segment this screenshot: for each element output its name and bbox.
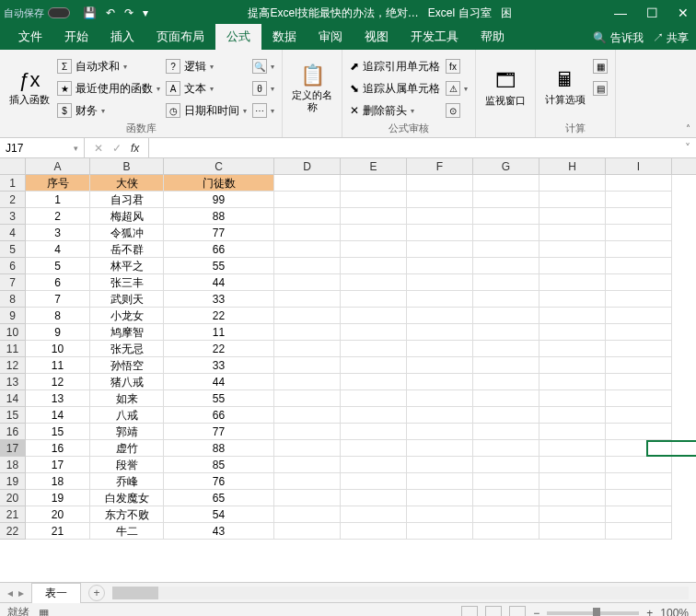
row-header[interactable]: 16	[0, 424, 25, 440]
cell[interactable]: 林平之	[90, 258, 164, 274]
cell[interactable]	[606, 424, 672, 440]
cell[interactable]	[606, 407, 672, 424]
cell[interactable]	[341, 308, 407, 324]
row-header[interactable]: 13	[0, 374, 25, 390]
cell[interactable]	[341, 341, 407, 357]
error-check-button[interactable]: ⚠▾	[446, 79, 468, 98]
cell[interactable]	[606, 241, 672, 258]
cell[interactable]	[606, 457, 672, 473]
column-header[interactable]: D	[274, 158, 341, 174]
cell[interactable]	[274, 424, 341, 440]
cell[interactable]: 88	[164, 208, 274, 225]
cell[interactable]: 21	[26, 523, 90, 540]
cell[interactable]	[341, 457, 407, 473]
cell[interactable]	[341, 357, 407, 374]
row-header[interactable]: 5	[0, 241, 25, 258]
row-header[interactable]: 11	[0, 341, 25, 357]
tab-data[interactable]: 数据	[261, 24, 307, 50]
sheet-next-icon[interactable]: ▸	[18, 587, 24, 599]
save-icon[interactable]: 💾	[83, 6, 97, 19]
cell[interactable]: 张无忌	[90, 341, 164, 357]
cell[interactable]	[606, 490, 672, 506]
cell[interactable]	[341, 192, 407, 208]
cell[interactable]	[407, 374, 473, 390]
zoom-out-button[interactable]: −	[533, 607, 539, 617]
cell[interactable]: 10	[26, 341, 90, 357]
cell[interactable]: 9	[26, 324, 90, 341]
row-header[interactable]: 19	[0, 473, 25, 490]
cell[interactable]	[341, 506, 407, 523]
cell[interactable]: 17	[26, 457, 90, 473]
expand-formula-icon[interactable]: ˅	[679, 138, 696, 157]
recent-fn-button[interactable]: ★最近使用的函数▾	[57, 79, 160, 98]
evaluate-button[interactable]: ⊙	[446, 101, 468, 120]
cell[interactable]	[606, 175, 672, 192]
cell[interactable]	[407, 390, 473, 407]
cell[interactable]	[341, 473, 407, 490]
cell[interactable]	[407, 208, 473, 225]
cell[interactable]	[606, 308, 672, 324]
tab-layout[interactable]: 页面布局	[145, 24, 215, 50]
cell[interactable]	[407, 440, 473, 457]
cell[interactable]	[274, 241, 341, 258]
cell[interactable]: 88	[164, 440, 274, 457]
cell[interactable]	[407, 506, 473, 523]
column-header[interactable]: G	[473, 158, 539, 174]
cell[interactable]	[407, 473, 473, 490]
cell[interactable]	[539, 473, 606, 490]
math-button[interactable]: θ▾	[252, 79, 274, 98]
select-all-corner[interactable]	[0, 158, 26, 175]
cell[interactable]	[606, 440, 672, 457]
cell[interactable]: 自习君	[90, 192, 164, 208]
datetime-button[interactable]: ◷日期和时间▾	[166, 101, 247, 120]
row-header[interactable]: 15	[0, 407, 25, 424]
cell[interactable]	[407, 407, 473, 424]
tellme-button[interactable]: 🔍 告诉我	[593, 30, 643, 46]
cell[interactable]	[341, 440, 407, 457]
cell[interactable]: 武则天	[90, 291, 164, 308]
cell[interactable]	[274, 291, 341, 308]
cell[interactable]	[407, 324, 473, 341]
cell[interactable]	[274, 357, 341, 374]
name-box-input[interactable]	[6, 142, 61, 155]
cell[interactable]: 段誉	[90, 457, 164, 473]
cell[interactable]	[341, 258, 407, 274]
define-name-button[interactable]: 📋 定义的名称	[290, 53, 334, 122]
page-break-button[interactable]	[509, 606, 526, 617]
cell[interactable]: 12	[26, 374, 90, 390]
cell[interactable]: 岳不群	[90, 241, 164, 258]
cell[interactable]	[407, 490, 473, 506]
cancel-formula-icon[interactable]: ✕	[94, 142, 103, 155]
cell[interactable]: 55	[164, 390, 274, 407]
insert-function-button[interactable]: ƒx 插入函数	[7, 53, 52, 120]
cell[interactable]	[341, 490, 407, 506]
calc-sheet-button[interactable]: ▤	[593, 79, 608, 98]
cell[interactable]	[274, 506, 341, 523]
cell[interactable]: 东方不败	[90, 506, 164, 523]
cell[interactable]: 小龙女	[90, 308, 164, 324]
cell[interactable]	[407, 308, 473, 324]
row-header[interactable]: 3	[0, 208, 25, 225]
row-header[interactable]: 18	[0, 457, 25, 473]
cell[interactable]	[539, 357, 606, 374]
cell[interactable]	[341, 225, 407, 241]
formula-input[interactable]	[149, 138, 679, 157]
cell[interactable]	[606, 374, 672, 390]
watch-window-button[interactable]: 🗔 监视窗口	[483, 53, 528, 122]
cell[interactable]: 99	[164, 192, 274, 208]
zoom-in-button[interactable]: +	[646, 607, 653, 617]
cell[interactable]: 22	[164, 308, 274, 324]
cell[interactable]	[539, 175, 606, 192]
cell[interactable]	[407, 523, 473, 540]
cell[interactable]: 8	[26, 308, 90, 324]
name-box[interactable]: ▾	[0, 138, 85, 157]
cell[interactable]: 66	[164, 241, 274, 258]
tab-home[interactable]: 开始	[53, 24, 99, 50]
cell[interactable]: 65	[164, 490, 274, 506]
cell[interactable]: 44	[164, 274, 274, 291]
cell[interactable]	[539, 374, 606, 390]
cell[interactable]	[407, 274, 473, 291]
cell[interactable]: 66	[164, 407, 274, 424]
cell[interactable]	[539, 523, 606, 540]
cell[interactable]	[407, 175, 473, 192]
